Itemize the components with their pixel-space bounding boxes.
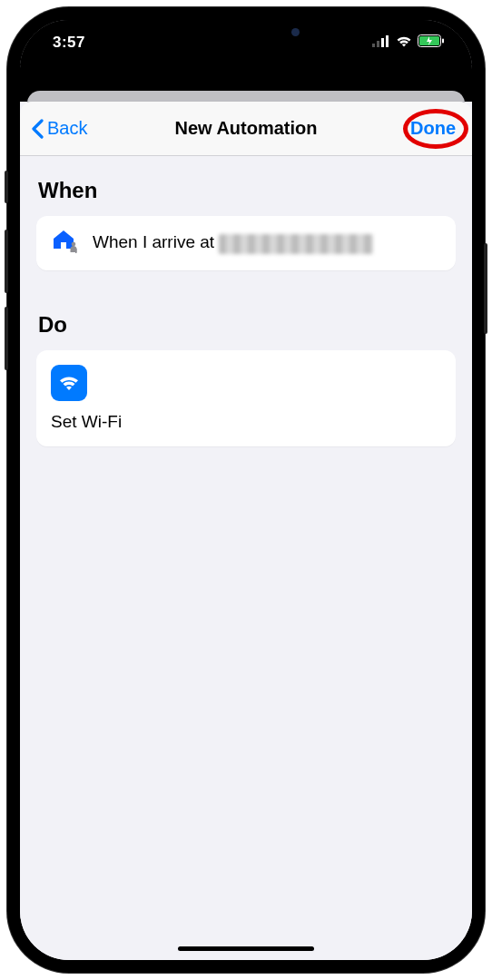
do-section-header: Do <box>36 312 456 338</box>
redacted-location <box>219 234 373 254</box>
screen: 3:57 <box>20 20 472 960</box>
svg-rect-8 <box>75 249 77 253</box>
volume-down-button <box>5 307 8 370</box>
back-button[interactable]: Back <box>31 118 87 139</box>
power-button <box>484 243 487 334</box>
svg-rect-1 <box>377 41 379 47</box>
modal-sheet: Back New Automation Done When <box>20 102 472 960</box>
arrive-home-icon <box>51 229 80 258</box>
notch <box>151 20 341 49</box>
back-label: Back <box>47 118 87 139</box>
done-button[interactable]: Done <box>405 114 461 142</box>
wifi-action-icon <box>51 365 87 401</box>
do-action-card[interactable]: Set Wi-Fi <box>36 350 456 446</box>
home-indicator[interactable] <box>178 946 314 951</box>
content-area: When When I arrive at <box>20 156 472 960</box>
wifi-icon <box>396 34 412 51</box>
when-trigger-row[interactable]: When I arrive at <box>36 216 456 270</box>
status-indicators <box>372 34 445 51</box>
do-action-label: Set Wi-Fi <box>51 412 441 432</box>
chevron-left-icon <box>31 119 44 139</box>
cellular-icon <box>372 34 390 51</box>
status-time: 3:57 <box>53 34 85 52</box>
when-text-prefix: When I arrive at <box>93 232 219 251</box>
when-section-header: When <box>36 178 456 203</box>
svg-rect-0 <box>372 44 375 47</box>
when-trigger-text: When I arrive at <box>93 232 373 254</box>
navigation-bar: Back New Automation Done <box>20 102 472 156</box>
battery-icon <box>418 34 445 51</box>
svg-rect-2 <box>381 38 384 47</box>
silent-switch <box>5 171 8 203</box>
svg-rect-3 <box>386 35 389 47</box>
svg-rect-6 <box>442 39 444 44</box>
volume-up-button <box>5 230 8 293</box>
svg-point-7 <box>72 242 76 247</box>
page-title: New Automation <box>174 118 317 139</box>
phone-frame: 3:57 <box>7 7 485 973</box>
